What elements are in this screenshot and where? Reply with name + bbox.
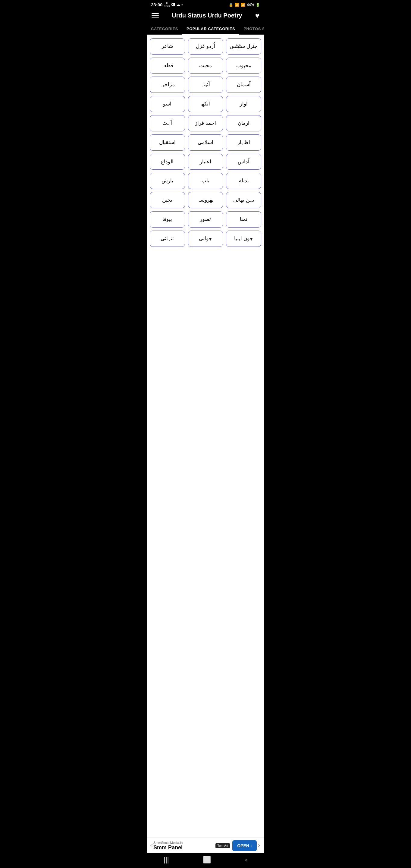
tab-categories[interactable]: CATEGORIES: [147, 24, 182, 34]
categories-grid: شاعراُردو غزلجنرل سٹیٹسقطعہمحبتمحبوبمزاح…: [150, 38, 261, 247]
menu-button[interactable]: [152, 13, 159, 18]
category-item[interactable]: محبت: [188, 58, 223, 74]
ad-open-button[interactable]: OPEN ›: [232, 840, 256, 851]
wifi-icon: 📶: [235, 3, 239, 7]
ad-arrow-icon: ›: [250, 843, 252, 848]
category-item[interactable]: تصور: [188, 211, 223, 227]
status-right: 🔒 📶 📶 44% 🔋: [229, 3, 260, 7]
category-item[interactable]: بچپن: [150, 192, 185, 208]
status-left: 23:00 0KB/s 🖼 ☁ •: [151, 2, 183, 8]
ad-info-icon: ⓘ: [150, 844, 153, 848]
signal-icon: 📶: [241, 3, 245, 7]
kb-indicator: 0KB/s: [164, 2, 170, 8]
ad-content: SmmSocialMedia.in Smm Panel: [153, 841, 213, 851]
ad-close-button[interactable]: ×: [258, 843, 261, 848]
category-item[interactable]: استقبال: [150, 134, 185, 151]
nav-back-icon[interactable]: ‹: [245, 856, 247, 864]
ad-info: ⓘ: [150, 844, 153, 848]
category-item[interactable]: بیوفا: [150, 211, 185, 227]
content-area: شاعراُردو غزلجنرل سٹیٹسقطعہمحبتمحبوبمزاح…: [147, 35, 264, 855]
category-item[interactable]: الوداع: [150, 154, 185, 170]
ad-title: Smm Panel: [153, 844, 213, 851]
status-time: 23:00: [151, 2, 162, 7]
category-item[interactable]: آئینہ: [188, 76, 223, 93]
category-item[interactable]: آسمان: [226, 76, 261, 93]
category-item[interactable]: باپ: [188, 173, 223, 189]
gallery-icon: 🖼: [171, 2, 175, 7]
battery-text: 44%: [247, 3, 254, 7]
category-item[interactable]: شاعر: [150, 38, 185, 55]
category-item[interactable]: تمنا: [226, 211, 261, 227]
tab-photos[interactable]: PHOTOS SHA: [239, 24, 264, 34]
category-item[interactable]: جنرل سٹیٹس: [226, 38, 261, 55]
ad-banner: ⓘ SmmSocialMedia.in Smm Panel Test Ad OP…: [147, 838, 264, 854]
ad-label: Test Ad: [216, 843, 230, 848]
category-item[interactable]: بدنام: [226, 173, 261, 189]
category-item[interactable]: جون ایلیا: [226, 230, 261, 247]
category-item[interactable]: بارش: [150, 173, 185, 189]
category-item[interactable]: آسو: [150, 96, 185, 112]
category-item[interactable]: اُردو غزل: [188, 38, 223, 55]
category-item[interactable]: آہٹ: [150, 115, 185, 131]
app-title: Urdu Status Urdu Poetry: [159, 12, 255, 19]
dot-indicator: •: [181, 2, 183, 7]
category-item[interactable]: آنکھ: [188, 96, 223, 112]
favorites-button[interactable]: ♥: [255, 11, 259, 20]
category-item[interactable]: تنہائی: [150, 230, 185, 247]
header: Urdu Status Urdu Poetry ♥: [147, 9, 264, 24]
category-item[interactable]: محبوب: [226, 58, 261, 74]
category-item[interactable]: اسلامی: [188, 134, 223, 151]
nav-home-icon[interactable]: ⬜: [203, 856, 211, 864]
category-item[interactable]: بھروسہ: [188, 192, 223, 208]
ad-source: SmmSocialMedia.in: [153, 841, 213, 844]
navigation-bar: ||| ⬜ ‹: [147, 853, 264, 868]
lock-icon: 🔒: [229, 3, 233, 7]
nav-menu-icon[interactable]: |||: [164, 856, 169, 864]
category-item[interactable]: مزاحیہ: [150, 76, 185, 93]
cloud-icon: ☁: [176, 2, 180, 7]
category-item[interactable]: اعتبار: [188, 154, 223, 170]
category-item[interactable]: قطعہ: [150, 58, 185, 74]
category-item[interactable]: آواز: [226, 96, 261, 112]
category-item[interactable]: احمد فراز: [188, 115, 223, 131]
category-item[interactable]: جوانی: [188, 230, 223, 247]
tab-popular-categories[interactable]: POPULAR CATEGORIES: [182, 24, 239, 35]
category-item[interactable]: اظہار: [226, 134, 261, 151]
tab-bar: CATEGORIES POPULAR CATEGORIES PHOTOS SHA: [147, 24, 264, 35]
battery-icon: 🔋: [255, 3, 260, 7]
category-item[interactable]: بہن بھائی: [226, 192, 261, 208]
category-item[interactable]: اُداس: [226, 154, 261, 170]
category-item[interactable]: ارمان: [226, 115, 261, 131]
status-bar: 23:00 0KB/s 🖼 ☁ • 🔒 📶 📶 44% 🔋: [147, 0, 264, 9]
